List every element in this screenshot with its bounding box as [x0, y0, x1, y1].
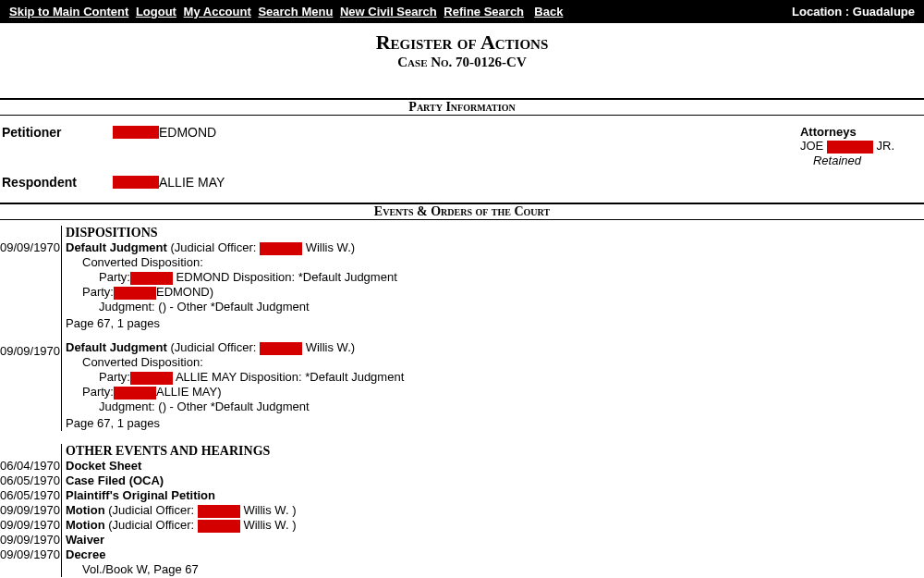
volbook-info: Vol./Book W, Page 67 [82, 562, 924, 577]
party-disposition-text: ALLIE MAY Disposition: *Default Judgment [176, 370, 404, 384]
officer-name: Willis W.) [306, 340, 355, 354]
page-info: Page 67, 1 pages [66, 416, 924, 431]
event-date: 06/05/1970 [0, 473, 61, 488]
attorneys-block: Attorneys JOE JR. Retained [800, 125, 894, 190]
dispositions-content: DISPOSITIONS Default Judgment (Judicial … [61, 226, 924, 431]
event-date: 06/04/1970 [0, 459, 61, 473]
respondent-label: Respondent [2, 175, 113, 190]
party-line: Party:ALLIE MAY) [82, 385, 924, 400]
nav-refine-search[interactable]: Refine Search [444, 5, 524, 18]
location-label: Location : [792, 5, 849, 18]
party-info-block: Petitioner EDMOND Respondent ALLIE MAY A… [0, 116, 924, 195]
redaction-box [114, 287, 156, 300]
event-detail: (Judicial Officer: [108, 518, 194, 532]
redaction-box [114, 387, 156, 400]
nav-logout[interactable]: Logout [136, 5, 176, 18]
attorney-suffix: JR. [877, 139, 895, 153]
event-title: Motion [66, 518, 105, 532]
party-label: Party: [82, 385, 114, 399]
party-name-text: EDMOND) [156, 285, 213, 299]
event-title: Motion [66, 503, 105, 517]
event-date: 09/09/1970 [0, 518, 61, 533]
party-label: Party: [82, 285, 114, 299]
attorneys-heading: Attorneys [800, 125, 894, 139]
nav-search-menu[interactable]: Search Menu [258, 5, 333, 18]
case-label: Case No. [397, 55, 452, 69]
section-events-orders: Events & Orders of the Court [0, 203, 924, 220]
converted-disposition: Converted Disposition: [82, 255, 924, 270]
event-date: 09/09/1970 [0, 547, 61, 562]
nav-back[interactable]: Back [534, 5, 563, 18]
event-officer: Willis W. ) [243, 503, 296, 517]
disposition-title: Default Judgment [66, 240, 167, 254]
petitioner-label: Petitioner [2, 125, 113, 140]
redaction-box [198, 505, 240, 518]
event-row: Motion (Judicial Officer: Willis W. ) [66, 503, 924, 518]
event-row: Plaintiff's Original Petition [66, 488, 924, 503]
nav-skip-main[interactable]: Skip to Main Content [9, 5, 128, 18]
disposition-entry: Default Judgment (Judicial Officer: Will… [66, 240, 924, 255]
event-row: Waiver [66, 533, 924, 547]
event-title: Plaintiff's Original Petition [66, 488, 215, 502]
respondent-row: Respondent ALLIE MAY [2, 175, 225, 190]
officer-name: Willis W.) [306, 240, 355, 254]
redaction-box [198, 520, 240, 533]
party-label: Party: [99, 370, 130, 384]
dispositions-dates: 09/09/1970 09/09/1970 [0, 226, 61, 431]
party-list: Petitioner EDMOND Respondent ALLIE MAY [2, 125, 225, 190]
redaction-box [130, 372, 173, 385]
party-disposition-line: Party: EDMOND Disposition: *Default Judg… [99, 270, 924, 285]
judgment-line: Judgment: () - Other *Default Judgment [99, 400, 924, 414]
page-title: Register of Actions [0, 31, 924, 55]
respondent-name: ALLIE MAY [159, 175, 225, 190]
dispositions-heading: DISPOSITIONS [66, 226, 924, 240]
redaction-box [827, 141, 873, 154]
petitioner-name: EDMOND [159, 125, 216, 140]
party-name-text: ALLIE MAY) [156, 385, 222, 399]
event-row: Docket Sheet [66, 459, 924, 473]
converted-disposition: Converted Disposition: [82, 355, 924, 370]
top-nav-bar: Skip to Main Content Logout My Account S… [0, 0, 924, 23]
other-events-heading: OTHER EVENTS AND HEARINGS [66, 444, 924, 459]
nav-new-civil-search[interactable]: New Civil Search [340, 5, 437, 18]
officer-label: (Judicial Officer: [170, 340, 256, 354]
event-row: Case Filed (OCA) [66, 473, 924, 488]
disposition-entry: Default Judgment (Judicial Officer: Will… [66, 340, 924, 355]
attorney-retained: Retained [813, 154, 894, 167]
disposition-date: 09/09/1970 [0, 240, 61, 255]
nav-my-account[interactable]: My Account [184, 5, 251, 18]
redaction-box [260, 242, 302, 255]
event-title: Waiver [66, 533, 104, 547]
event-date: 09/09/1970 [0, 533, 61, 547]
top-nav-links: Skip to Main Content Logout My Account S… [9, 5, 566, 18]
event-title: Docket Sheet [66, 459, 141, 473]
page-header: Register of Actions Case No. 70-0126-CV [0, 31, 924, 70]
party-label: Party: [99, 270, 130, 284]
event-date: 06/05/1970 [0, 488, 61, 503]
redaction-box [113, 126, 159, 139]
officer-label: (Judicial Officer: [170, 240, 256, 254]
other-events-dates: 06/04/1970 06/05/1970 06/05/1970 09/09/1… [0, 444, 61, 577]
judgment-line: Judgment: () - Other *Default Judgment [99, 300, 924, 314]
section-party-information: Party Information [0, 98, 924, 116]
party-disposition-line: Party: ALLIE MAY Disposition: *Default J… [99, 370, 924, 385]
event-title: Case Filed (OCA) [66, 473, 164, 487]
event-title: Decree [66, 547, 105, 561]
redaction-box [260, 342, 302, 355]
event-officer: Willis W. ) [243, 518, 296, 532]
redaction-box [130, 272, 173, 285]
location-value: Guadalupe [853, 5, 915, 18]
event-date: 09/09/1970 [0, 503, 61, 518]
event-row: Decree [66, 547, 924, 562]
attorney-prefix: JOE [800, 139, 823, 153]
party-disposition-text: EDMOND Disposition: *Default Judgment [176, 270, 397, 284]
party-line: Party:EDMOND) [82, 285, 924, 300]
other-events-content: OTHER EVENTS AND HEARINGS Docket Sheet C… [61, 444, 924, 577]
case-no-value: 70-0126-CV [456, 55, 527, 69]
other-events-block: 06/04/1970 06/05/1970 06/05/1970 09/09/1… [0, 444, 924, 577]
attorney-name-row: JOE JR. [800, 139, 894, 154]
disposition-date: 09/09/1970 [0, 344, 61, 359]
petitioner-row: Petitioner EDMOND [2, 125, 225, 140]
disposition-title: Default Judgment [66, 340, 167, 354]
redaction-box [113, 176, 159, 189]
